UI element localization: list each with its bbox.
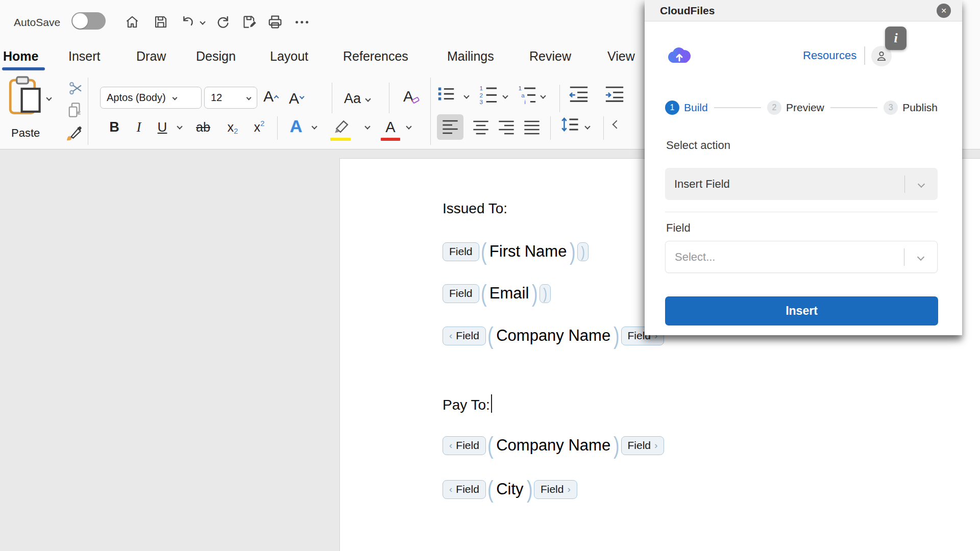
font-size-select[interactable]: 12 — [204, 87, 257, 109]
bullets-button[interactable] — [437, 85, 455, 103]
home-icon[interactable] — [122, 12, 142, 32]
info-button[interactable]: i — [885, 27, 906, 50]
content-control-bracket: ( — [487, 327, 493, 345]
borders-icon-partial[interactable] — [612, 120, 621, 129]
font-color-button[interactable]: A — [379, 114, 402, 140]
redo-icon[interactable] — [213, 12, 233, 32]
text-cursor — [491, 394, 492, 413]
cut-button[interactable] — [67, 80, 85, 97]
field-row-company-2[interactable]: ‹Field ( Company Name ) Field› — [443, 434, 664, 457]
tab-review[interactable]: Review — [529, 49, 571, 64]
underline-button[interactable]: U — [152, 115, 173, 139]
copy-button[interactable] — [65, 101, 84, 120]
field-value[interactable]: Company Name — [496, 327, 610, 345]
multilevel-list-button[interactable]: 1ai — [518, 84, 537, 104]
highlight-button[interactable] — [327, 114, 354, 140]
more-commands-icon[interactable] — [292, 12, 311, 32]
text-effects-dropdown-icon[interactable] — [311, 123, 317, 129]
svg-text:3: 3 — [479, 98, 483, 104]
pay-to-heading[interactable]: Pay To: — [443, 394, 492, 413]
align-left-button[interactable] — [437, 114, 463, 140]
field-start-tag[interactable]: ‹Field — [443, 436, 486, 455]
numbering-dropdown-icon[interactable] — [502, 93, 508, 98]
close-icon[interactable]: ✕ — [937, 4, 951, 18]
group-divider — [88, 78, 88, 145]
field-end-tag[interactable]: Field› — [534, 480, 577, 499]
content-control-bracket: ) — [614, 327, 619, 345]
field-value[interactable]: City — [496, 480, 523, 498]
underline-dropdown-icon[interactable] — [177, 123, 182, 129]
print-icon[interactable] — [265, 12, 285, 32]
tab-home[interactable]: Home — [3, 49, 38, 64]
numbering-button[interactable]: 123 — [479, 84, 498, 104]
grow-font-button[interactable]: A — [263, 88, 278, 105]
field-start-tag[interactable]: ‹Field — [443, 480, 486, 499]
undo-dropdown-icon[interactable] — [197, 12, 208, 32]
align-center-button[interactable] — [469, 116, 493, 139]
issued-to-heading[interactable]: Issued To: — [443, 201, 507, 217]
clipboard-icon — [7, 74, 45, 117]
divider — [277, 116, 278, 140]
resources-link[interactable]: Resources — [803, 49, 856, 62]
field-start-tag[interactable]: Field — [443, 284, 479, 303]
bold-button[interactable]: B — [105, 115, 124, 139]
text-effects-button[interactable]: A — [285, 113, 307, 139]
font-name-select[interactable]: Aptos (Body) — [100, 87, 202, 109]
tab-mailings[interactable]: Mailings — [447, 49, 494, 64]
stepper: 1 Build 2 Preview 3 Publish — [665, 100, 938, 115]
insert-button[interactable]: Insert — [665, 296, 938, 325]
field-value[interactable]: First Name — [489, 242, 567, 261]
font-color-dropdown-icon[interactable] — [406, 123, 411, 129]
multilevel-dropdown-icon[interactable] — [540, 93, 546, 98]
action-select[interactable]: Insert Field — [665, 168, 938, 200]
field-row-email[interactable]: Field ( Email ) ) — [443, 282, 551, 305]
align-right-button[interactable] — [494, 116, 519, 139]
section-separator — [665, 212, 938, 212]
line-spacing-button[interactable] — [558, 115, 579, 134]
autosave-toggle[interactable] — [71, 12, 106, 30]
format-painter-icon[interactable] — [64, 123, 84, 143]
line-spacing-dropdown-icon[interactable] — [584, 123, 590, 129]
clear-formatting-button[interactable]: A — [403, 88, 421, 105]
svg-text:a: a — [521, 92, 525, 98]
chevron-down-icon[interactable] — [905, 182, 938, 187]
field-start-tag[interactable]: Field — [443, 242, 479, 261]
highlight-dropdown-icon[interactable] — [364, 123, 370, 129]
field-row-first-name[interactable]: Field ( First Name ) ) — [443, 240, 589, 263]
field-start-tag[interactable]: ‹Field — [443, 327, 486, 345]
save-icon[interactable] — [151, 12, 170, 32]
group-divider — [430, 78, 431, 145]
italic-button[interactable]: I — [130, 115, 148, 139]
increase-indent-button[interactable] — [604, 85, 625, 103]
tab-draw[interactable]: Draw — [136, 49, 166, 64]
content-control-bracket: ) — [570, 242, 575, 261]
cloudfiles-logo — [666, 45, 693, 66]
save-as-icon[interactable] — [240, 12, 259, 32]
step-publish[interactable]: 3 Publish — [884, 101, 938, 115]
field-select[interactable]: Select... — [665, 241, 938, 273]
tab-references[interactable]: References — [343, 49, 408, 64]
tab-design[interactable]: Design — [196, 49, 236, 64]
field-value[interactable]: Email — [489, 284, 529, 303]
superscript-button[interactable]: x2 — [248, 115, 271, 139]
shrink-font-button[interactable]: A — [289, 90, 304, 107]
tab-view[interactable]: View — [607, 49, 635, 64]
paste-button[interactable] — [7, 74, 45, 117]
field-end-tag[interactable]: Field› — [621, 436, 665, 455]
undo-icon[interactable] — [178, 12, 197, 32]
tab-layout[interactable]: Layout — [270, 49, 308, 64]
subscript-button[interactable]: x2 — [222, 115, 244, 139]
field-row-company-1[interactable]: ‹Field ( Company Name ) Field› — [443, 324, 664, 347]
change-case-button[interactable]: Aa — [344, 91, 370, 107]
chevron-down-icon[interactable] — [904, 255, 937, 260]
field-value[interactable]: Company Name — [496, 436, 610, 455]
decrease-indent-button[interactable] — [569, 85, 589, 103]
bullets-dropdown-icon[interactable] — [463, 93, 469, 98]
tab-insert[interactable]: Insert — [68, 49, 101, 64]
step-build[interactable]: 1 Build — [665, 101, 708, 115]
justify-button[interactable] — [520, 116, 544, 139]
step-preview[interactable]: 2 Preview — [767, 101, 824, 115]
field-row-city[interactable]: ‹Field ( City ) Field› — [443, 478, 577, 500]
paste-dropdown-icon[interactable] — [46, 95, 52, 101]
strikethrough-button[interactable]: ab — [191, 115, 215, 139]
